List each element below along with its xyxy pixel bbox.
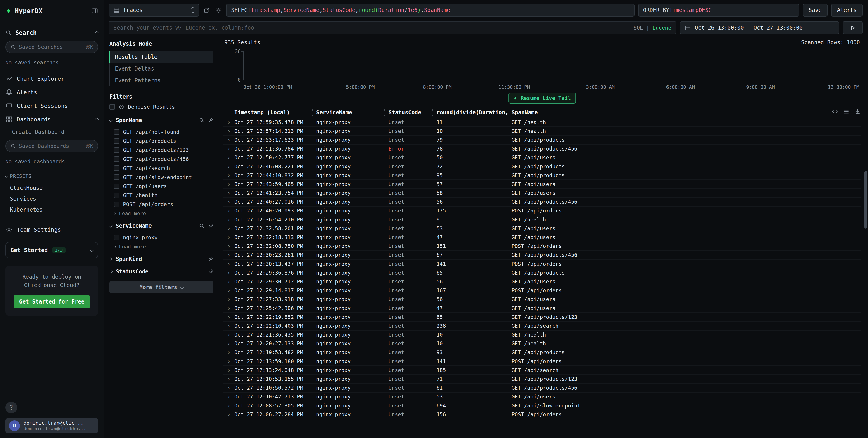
row-expand-icon[interactable]: › xyxy=(223,394,234,400)
time-range-picker[interactable]: Oct 26 13:00:00 - Oct 27 13:00:00 xyxy=(680,21,839,34)
vertical-scrollbar[interactable] xyxy=(864,171,867,229)
load-more-button[interactable]: Load more xyxy=(110,209,214,216)
get-started-dropdown[interactable]: Get Started 3/3 xyxy=(5,242,98,258)
table-row[interactable]: ›Oct 27 12:44:10.832 PMnginx-proxyUnset9… xyxy=(223,171,861,180)
table-row[interactable]: ›Oct 27 12:13:59.180 PMnginx-proxyUnset1… xyxy=(223,357,861,366)
filter-option[interactable]: POST /api/orders xyxy=(110,200,214,209)
row-expand-icon[interactable]: › xyxy=(223,403,234,409)
help-button[interactable]: ? xyxy=(5,402,17,413)
row-expand-icon[interactable]: › xyxy=(223,190,234,196)
table-row[interactable]: ›Oct 27 12:59:35.478 PMnginx-proxyUnset1… xyxy=(223,118,861,127)
table-row[interactable]: ›Oct 27 12:29:14.817 PMnginx-proxyUnset1… xyxy=(223,287,861,295)
table-row[interactable]: ›Oct 27 12:27:33.918 PMnginx-proxyUnset5… xyxy=(223,295,861,304)
run-query-button[interactable] xyxy=(843,21,863,34)
order-by-input[interactable]: ORDER BY Timestamp DESC xyxy=(638,4,799,17)
table-row[interactable]: ›Oct 27 12:29:30.712 PMnginx-proxyUnset5… xyxy=(223,277,861,286)
row-expand-icon[interactable]: › xyxy=(223,288,234,293)
row-expand-icon[interactable]: › xyxy=(223,349,234,355)
user-menu[interactable]: D dominic.tran@clic... dominic.tran@clic… xyxy=(5,418,98,434)
filter-option[interactable]: GET /api/users xyxy=(110,182,214,191)
pin-icon[interactable] xyxy=(208,223,214,229)
lang-lucene-toggle[interactable]: Lucene xyxy=(652,25,671,31)
table-row[interactable]: ›Oct 27 12:32:18.313 PMnginx-proxyUnset4… xyxy=(223,233,861,242)
row-expand-icon[interactable]: › xyxy=(223,270,234,276)
filter-option[interactable]: GET /api/slow-endpoint xyxy=(110,173,214,182)
source-settings-icon[interactable] xyxy=(214,6,222,14)
table-row[interactable]: ›Oct 27 12:08:57.305 PMnginx-proxyUnset6… xyxy=(223,401,861,410)
filter-option[interactable]: GET /api/search xyxy=(110,164,214,173)
table-row[interactable]: ›Oct 27 12:22:19.852 PMnginx-proxyUnset6… xyxy=(223,313,861,322)
saved-searches-input[interactable]: Saved Searches ⌘K xyxy=(5,41,98,53)
pin-icon[interactable] xyxy=(208,269,214,274)
filter-option[interactable]: GET /health xyxy=(110,191,214,200)
filter-group-header-spanname[interactable]: SpanName xyxy=(110,117,214,124)
source-select[interactable]: Traces xyxy=(108,4,199,17)
load-more-button[interactable]: Load more xyxy=(110,242,214,249)
sidebar-item-search[interactable]: Search xyxy=(5,29,98,36)
row-expand-icon[interactable]: › xyxy=(223,128,234,134)
row-expand-icon[interactable]: › xyxy=(223,164,234,169)
table-row[interactable]: ›Oct 27 12:57:14.313 PMnginx-proxyUnset1… xyxy=(223,127,861,136)
table-row[interactable]: ›Oct 27 12:06:27.284 PMnginx-proxyUnset1… xyxy=(223,410,861,419)
row-expand-icon[interactable]: › xyxy=(223,217,234,223)
row-expand-icon[interactable]: › xyxy=(223,367,234,373)
row-expand-icon[interactable]: › xyxy=(223,385,234,391)
row-expand-icon[interactable]: › xyxy=(223,208,234,213)
sidebar-item-dashboards[interactable]: Dashboards xyxy=(5,112,98,126)
table-row[interactable]: ›Oct 27 12:25:42.306 PMnginx-proxyUnset4… xyxy=(223,304,861,313)
save-button[interactable]: Save xyxy=(803,4,828,17)
row-expand-icon[interactable]: › xyxy=(223,314,234,320)
analysis-mode-event-deltas[interactable]: Event Deltas xyxy=(110,63,214,75)
table-row[interactable]: ›Oct 27 12:20:27.133 PMnginx-proxyUnset1… xyxy=(223,339,861,348)
pin-icon[interactable] xyxy=(208,256,214,262)
alerts-button[interactable]: Alerts xyxy=(831,4,863,17)
row-expand-icon[interactable]: › xyxy=(223,261,234,267)
search-icon[interactable] xyxy=(199,117,205,123)
filter-group-header-spankind[interactable]: SpanKind xyxy=(110,256,214,262)
row-expand-icon[interactable]: › xyxy=(223,146,234,151)
row-expand-icon[interactable]: › xyxy=(223,296,234,302)
row-expand-icon[interactable]: › xyxy=(223,181,234,187)
filter-option[interactable]: nginx-proxy xyxy=(110,233,214,242)
table-row[interactable]: ›Oct 27 12:32:08.750 PMnginx-proxyUnset1… xyxy=(223,242,861,251)
row-expand-icon[interactable]: › xyxy=(223,359,234,364)
row-expand-icon[interactable]: › xyxy=(223,172,234,178)
table-row[interactable]: ›Oct 27 12:40:20.093 PMnginx-proxyUnset1… xyxy=(223,207,861,215)
presets-toggle[interactable]: PRESETS xyxy=(5,174,98,179)
row-expand-icon[interactable]: › xyxy=(223,279,234,284)
sidebar-collapse-icon[interactable] xyxy=(91,7,98,14)
row-expand-icon[interactable]: › xyxy=(223,252,234,258)
table-row[interactable]: ›Oct 27 12:13:24.048 PMnginx-proxyUnset1… xyxy=(223,366,861,375)
sidebar-item-team-settings[interactable]: Team Settings xyxy=(5,223,98,236)
pin-icon[interactable] xyxy=(208,117,214,123)
lang-sql-toggle[interactable]: SQL xyxy=(634,25,643,31)
resume-live-tail-button[interactable]: Resume Live Tail xyxy=(508,93,576,103)
event-search-input[interactable]: Search your events w/ Lucene ex. column:… xyxy=(108,21,676,34)
column-header-servicename[interactable]: ServiceName xyxy=(312,109,384,116)
search-icon[interactable] xyxy=(199,223,205,229)
preset-clickhouse[interactable]: ClickHouse xyxy=(5,182,98,194)
row-expand-icon[interactable]: › xyxy=(223,411,234,417)
filter-option[interactable]: GET /api/not-found xyxy=(110,128,214,136)
edit-source-button[interactable] xyxy=(203,6,211,14)
table-row[interactable]: ›Oct 27 12:30:23.261 PMnginx-proxyUnset6… xyxy=(223,251,861,260)
preset-services[interactable]: Services xyxy=(5,194,98,204)
column-header-duration[interactable]: round(divide(Duration, xyxy=(432,109,507,116)
analysis-mode-event-patterns[interactable]: Event Patterns xyxy=(110,75,214,86)
sidebar-item-client-sessions[interactable]: Client Sessions xyxy=(5,99,98,112)
code-view-icon[interactable] xyxy=(832,108,838,115)
preset-kubernetes[interactable]: Kubernetes xyxy=(5,204,98,215)
table-row[interactable]: ›Oct 27 12:41:23.754 PMnginx-proxyUnset5… xyxy=(223,189,861,198)
column-header-spanname[interactable]: SpanName xyxy=(507,109,861,116)
filter-option[interactable]: GET /api/products xyxy=(110,136,214,145)
row-expand-icon[interactable]: › xyxy=(223,323,234,329)
select-clause-input[interactable]: SELECT Timestamp,ServiceName,StatusCode,… xyxy=(226,4,634,17)
row-expand-icon[interactable]: › xyxy=(223,305,234,311)
row-expand-icon[interactable]: › xyxy=(223,376,234,382)
column-header-statuscode[interactable]: StatusCode xyxy=(384,109,432,116)
table-row[interactable]: ›Oct 27 12:21:36.435 PMnginx-proxyUnset1… xyxy=(223,331,861,339)
sidebar-item-alerts[interactable]: Alerts xyxy=(5,86,98,99)
denoise-results-checkbox[interactable]: Denoise Results xyxy=(110,104,214,110)
table-row[interactable]: ›Oct 27 12:32:58.201 PMnginx-proxyUnset5… xyxy=(223,224,861,233)
download-icon[interactable] xyxy=(855,108,861,115)
